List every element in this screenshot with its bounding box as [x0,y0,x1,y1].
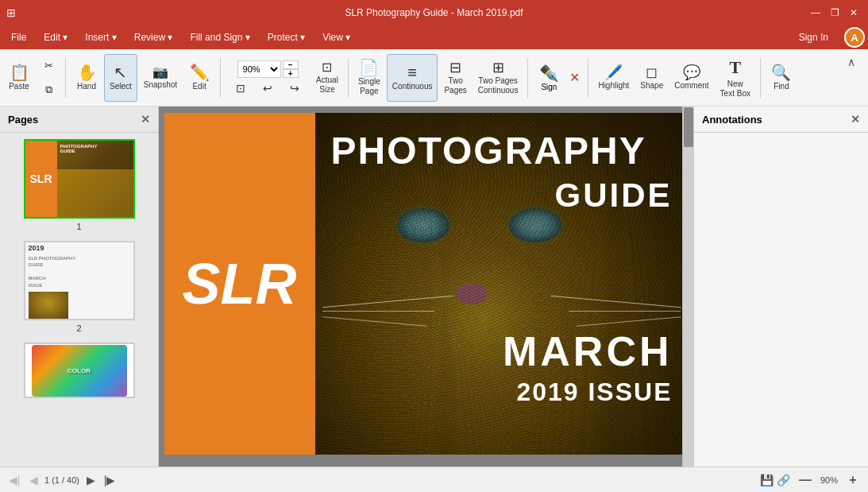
sign-label: Sign [541,83,557,91]
menu-review[interactable]: Review ▾ [126,29,181,46]
pdf-viewer[interactable]: SLR [159,107,693,467]
find-label: Find [773,82,789,91]
annotations-title: Annotations [702,114,762,126]
menu-bar-right: Sign In A [789,27,865,48]
status-right: 💾 🔗 — 90% + [760,471,862,489]
nav-back-button[interactable]: ↩ [256,81,280,95]
pages-panel-close[interactable]: ✕ [141,113,150,126]
page-thumb-num-2: 2 [76,323,81,333]
annotations-panel: Annotations ✕ [693,107,868,467]
page-thumb-num-1: 1 [76,222,81,231]
thumb1-cat [57,169,133,217]
two-pages-label: TwoPages [444,76,466,95]
menu-edit[interactable]: Edit ▾ [36,29,75,46]
menu-insert[interactable]: Insert ▾ [77,29,124,46]
nav-forward-button[interactable]: ↪ [283,81,307,95]
sign-x-button[interactable]: ✕ [566,54,583,102]
user-avatar[interactable]: A [844,27,865,48]
single-page-icon: 📄 [359,60,379,76]
separator-5 [588,58,588,98]
menu-file[interactable]: File [3,29,34,46]
single-page-button[interactable]: 📄 SinglePage [353,54,385,102]
whisker-2 [322,311,434,312]
page-info: 1 (1 / 40) [44,475,79,485]
highlight-button[interactable]: 🖊️ Highlight [593,54,634,102]
paste-button[interactable]: 📋 Paste [3,54,35,102]
save-icon-1[interactable]: 💾 [760,474,773,486]
separator-4 [527,58,528,98]
annotations-close-button[interactable]: ✕ [851,113,860,126]
close-button[interactable]: ✕ [846,5,862,21]
toolbar: 📋 Paste ✂ ⧉ ✋ Hand ↖ Select 📷 Snapshot ✏… [0,49,868,107]
paste-icon: 📋 [10,64,29,80]
hand-label: Hand [77,82,96,91]
zoom-select[interactable]: 90% 50% 75% 100% 125% 150% [237,60,281,78]
two-pages-button[interactable]: ⊟ TwoPages [439,54,471,102]
actual-size-button[interactable]: ⊡ [229,81,253,95]
two-pages-continuous-label: Two PagesContinuous [478,76,519,95]
paste-label: Paste [9,82,29,91]
pages-panel-title: Pages [8,114,38,126]
copy-icon: ⧉ [45,83,52,96]
status-bar: ◀| ◀ 1 (1 / 40) ▶ |▶ 💾 🔗 — 90% + [0,467,868,492]
scrollbar-thumb [684,107,693,147]
page-thumb-img-3: COLOR [24,343,135,398]
select-icon: ↖ [114,64,127,80]
copy-button[interactable]: ⧉ [37,79,60,101]
nav-first-button[interactable]: ◀| [6,472,22,488]
pages-list: SLR PHOTOGRAPHYGUIDE 1 2019 SLR PHOTOGRA… [0,133,158,467]
comment-button[interactable]: 💬 Comment [669,54,713,102]
pages-panel: Pages ✕ SLR PHOTOGRAPHYGUIDE 1 [0,107,159,467]
highlight-icon: 🖊️ [605,65,623,79]
zoom-out-button[interactable]: — [797,471,814,489]
nav-last-button[interactable]: |▶ [102,472,118,488]
edit-button[interactable]: ✏️ Edit [183,54,215,102]
select-button[interactable]: ↖ Select [104,54,137,102]
save-icon-2[interactable]: 🔗 [777,474,790,486]
cover-orange-block: SLR [164,113,315,455]
zoom-plus-toolbar[interactable]: + [283,69,299,78]
menu-protect[interactable]: Protect ▾ [260,29,313,46]
two-pages-continuous-button[interactable]: ⊞ Two PagesContinuous [473,54,523,102]
page-thumb-3[interactable]: COLOR [24,343,135,398]
snapshot-label: Snapshot [144,80,177,90]
menu-view[interactable]: View ▾ [314,29,358,46]
thumb3-content: COLOR [25,343,133,398]
menu-fill-sign[interactable]: Fill and Sign ▾ [182,29,257,46]
maximize-button[interactable]: ❐ [827,5,843,21]
sign-button[interactable]: ✒️ Sign [533,54,565,102]
thumb1-slr-text: SLR [30,172,52,185]
shape-button[interactable]: ◻ Shape [635,54,668,102]
save-icons: 💾 🔗 [760,474,790,486]
actual-size-button-main[interactable]: ⊡ ActualSize [311,54,343,102]
scrollbar-vertical[interactable] [682,107,693,467]
cut-button[interactable]: ✂ [37,55,60,77]
title-bar: ⊞ SLR Photography Guide - March 2019.pdf… [0,0,868,25]
toolbar-collapse-arrow[interactable]: ∧ [847,56,855,68]
window-controls: — ❐ ✕ [808,5,862,21]
cover-issue-text: 2019 ISSUE [516,378,672,407]
new-text-box-icon: T [729,57,741,78]
comment-icon: 💬 [683,65,700,79]
new-text-box-button[interactable]: T NewText Box [716,54,755,102]
status-nav: ◀| ◀ 1 (1 / 40) ▶ |▶ [6,472,118,488]
nav-next-button[interactable]: ▶ [83,472,98,488]
page-thumb-2[interactable]: 2019 SLR PHOTOGRAPHYGUIDEMARCHISSUE 2 [24,241,135,333]
toolbar-wrapper: 📋 Paste ✂ ⧉ ✋ Hand ↖ Select 📷 Snapshot ✏… [0,49,868,107]
find-button[interactable]: 🔍 Find [766,54,797,102]
pages-panel-header: Pages ✕ [0,107,158,133]
sign-in-button[interactable]: Sign In [789,29,838,46]
separator-1 [65,58,66,98]
page-thumb-1[interactable]: SLR PHOTOGRAPHYGUIDE 1 [24,139,135,231]
zoom-in-button[interactable]: + [844,471,862,489]
nav-prev-button[interactable]: ◀ [25,472,41,488]
actual-size-icon: ⊡ [236,82,245,95]
continuous-icon: ≡ [407,64,417,80]
hand-button[interactable]: ✋ Hand [71,54,102,102]
snapshot-button[interactable]: 📷 Snapshot [139,54,182,102]
zoom-minus-toolbar[interactable]: − [283,60,299,69]
edit-label: Edit [192,82,206,91]
highlight-label: Highlight [598,81,629,91]
minimize-button[interactable]: — [808,5,824,21]
continuous-button[interactable]: ≡ Continuous [387,54,438,102]
